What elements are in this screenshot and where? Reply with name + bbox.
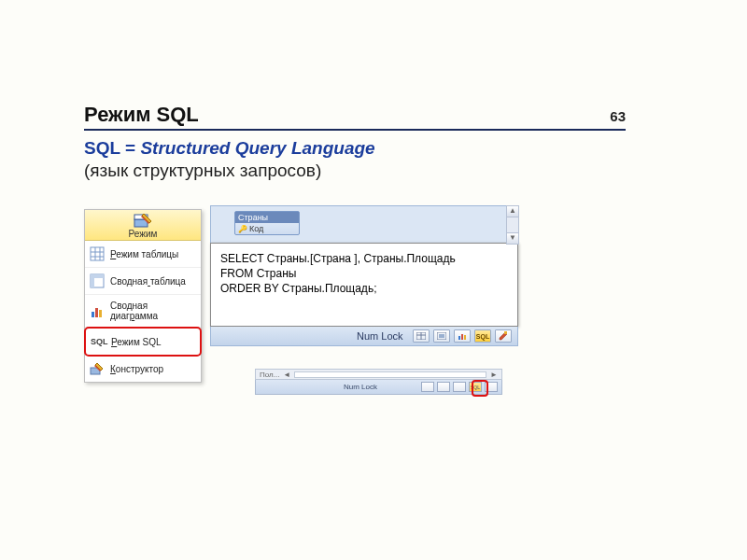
svg-rect-25 <box>464 335 466 340</box>
svg-rect-14 <box>99 310 102 317</box>
pivot-view-button[interactable] <box>433 329 450 343</box>
pivot-chart-view-button[interactable] <box>454 329 471 343</box>
svg-rect-11 <box>91 274 94 287</box>
sql-editor[interactable]: SELECT Страны.[Страна ], Страны.Площадь … <box>210 243 518 327</box>
page-number: 63 <box>610 108 626 124</box>
mini-status-bar: Num Lock SQL <box>255 380 502 395</box>
svg-rect-4 <box>91 247 104 260</box>
query-design-background: Страны 🔑 Код <box>210 205 518 245</box>
menu-item-label: Режим SQL <box>111 337 162 347</box>
svg-rect-24 <box>461 334 463 340</box>
view-button[interactable]: Режим <box>85 210 201 241</box>
svg-rect-23 <box>458 336 460 340</box>
menu-item-label: Сводная таблица <box>110 276 186 287</box>
menu-item-pivot-chart[interactable]: Сводная диаграмма <box>85 295 201 328</box>
table-box: Страны 🔑 Код <box>234 211 300 235</box>
design-vertical-scrollbar[interactable]: ▲ ▼ <box>506 205 519 245</box>
svg-rect-22 <box>439 334 444 338</box>
key-icon: 🔑 <box>238 225 247 233</box>
mini-chart-view-button[interactable] <box>453 382 466 392</box>
sql-prefix: SQL = <box>84 138 140 158</box>
slide-content: Режим SQL 63 SQL = Structured Query Lang… <box>84 103 626 190</box>
mini-datasheet-view-button[interactable] <box>421 382 434 392</box>
mini-window: Пол... ◄ ► Num Lock SQL <box>255 369 502 395</box>
svg-rect-13 <box>95 308 98 317</box>
menu-item-pivot-table[interactable]: Сводная таблица <box>85 268 201 295</box>
scroll-down-icon[interactable]: ▼ <box>507 232 518 244</box>
table-title: Страны <box>235 212 299 223</box>
table-field: 🔑 Код <box>235 223 299 234</box>
datasheet-view-button[interactable] <box>413 329 430 343</box>
svg-rect-12 <box>92 312 94 317</box>
view-button-label: Режим <box>85 229 201 240</box>
mini-scroll-label: Пол... <box>260 371 279 379</box>
svg-rect-27 <box>504 331 507 334</box>
mini-scroll-bar[interactable]: Пол... ◄ ► <box>255 369 502 380</box>
query-window: Страны 🔑 Код ▲ ▼ SELECT Страны.[Страна ]… <box>210 205 518 346</box>
scroll-up-icon[interactable]: ▲ <box>507 206 518 217</box>
mini-numlock: Num Lock <box>344 383 377 391</box>
menu-item-design[interactable]: Конструктор <box>85 356 201 382</box>
slide-title: Режим SQL <box>84 103 199 127</box>
view-mode-menu: Режим Режим таблицыСводная таблицаСводна… <box>84 209 202 383</box>
menu-item-sql[interactable]: SQLРежим SQL <box>84 327 202 357</box>
menu-item-label: Сводная диаграмма <box>110 301 196 321</box>
status-bar: Num Lock SQL <box>210 327 518 346</box>
scroll-left-icon[interactable]: ◄ <box>283 371 290 379</box>
field-name: Код <box>249 224 263 233</box>
design-view-icon <box>133 212 153 229</box>
sql-fullname: Structured Query Language <box>140 138 374 158</box>
menu-item-label: Конструктор <box>110 364 163 374</box>
menu-item-datasheet[interactable]: Режим таблицы <box>85 241 201 268</box>
title-row: Режим SQL 63 <box>84 103 626 131</box>
sql-expansion: SQL = Structured Query Language <box>84 138 626 159</box>
sql-translation: (язык структурных запросов) <box>84 161 626 181</box>
numlock-indicator: Num Lock <box>357 330 403 342</box>
sql-view-button[interactable]: SQL <box>474 329 491 343</box>
mini-pivot-view-button[interactable] <box>437 382 450 392</box>
design-view-button[interactable] <box>495 329 512 343</box>
menu-item-label: Режим таблицы <box>110 249 178 259</box>
sql-button-highlight <box>472 380 488 397</box>
scroll-right-icon[interactable]: ► <box>490 371 498 379</box>
